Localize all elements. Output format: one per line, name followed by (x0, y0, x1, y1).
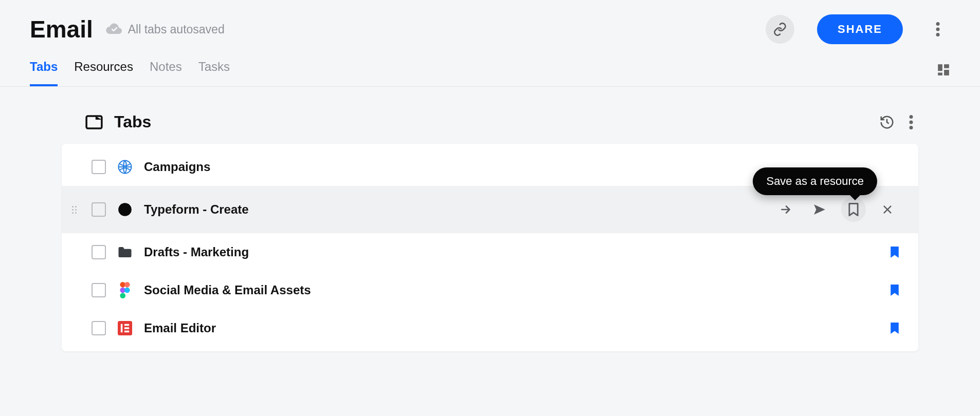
more-vertical-icon (909, 115, 913, 129)
save-resource-button[interactable]: Save as a resource (841, 197, 866, 222)
tab-title: Social Media & Email Assets (144, 283, 311, 297)
svg-rect-19 (121, 324, 123, 332)
tab-title: Drafts - Marketing (144, 245, 249, 259)
bookmarked-icon[interactable] (890, 245, 900, 259)
section-title: Tabs (114, 112, 151, 131)
svg-point-17 (120, 293, 125, 298)
svg-point-2 (936, 33, 940, 36)
history-button[interactable] (879, 115, 895, 130)
more-vertical-icon (936, 22, 940, 36)
svg-rect-7 (86, 116, 102, 128)
tab-row[interactable]: Typeform - Create Save as (62, 186, 918, 233)
row-checkbox[interactable] (92, 245, 106, 259)
svg-point-9 (910, 120, 913, 124)
drag-handle[interactable] (72, 206, 80, 214)
close-tab-button[interactable] (875, 197, 900, 222)
bookmark-filled-icon (890, 283, 900, 297)
row-actions: Save as a resource (773, 197, 900, 222)
svg-point-12 (118, 203, 132, 216)
arrow-right-icon (779, 203, 792, 216)
cloud-check-icon (105, 23, 123, 36)
nav-tabs: Tabs Resources Notes Tasks (0, 44, 980, 87)
close-icon (882, 204, 893, 215)
bookmark-filled-icon (890, 321, 900, 335)
tabs-section: Tabs (0, 87, 980, 351)
svg-rect-5 (938, 72, 942, 75)
tab-title: Typeform - Create (144, 202, 249, 217)
openai-icon (117, 159, 133, 175)
tab-row[interactable]: Social Media & Email Assets (62, 271, 918, 309)
svg-rect-21 (124, 327, 129, 329)
open-button[interactable] (773, 197, 798, 222)
history-icon (879, 115, 895, 130)
tab-row[interactable]: Drafts - Marketing (62, 233, 918, 271)
nav-tab-tasks[interactable]: Tasks (198, 60, 230, 86)
nav-tab-notes[interactable]: Notes (150, 60, 182, 86)
svg-point-1 (936, 28, 940, 31)
svg-point-0 (936, 22, 940, 26)
tab-title: Email Editor (144, 321, 216, 335)
bookmark-filled-icon (890, 245, 900, 259)
svg-point-14 (124, 282, 130, 288)
bookmark-outline-icon (848, 202, 859, 217)
nav-tab-tabs[interactable]: Tabs (30, 60, 58, 86)
svg-rect-22 (124, 331, 129, 333)
autosave-indicator: All tabs autosaved (105, 23, 225, 36)
tab-row[interactable]: Email Editor (62, 309, 918, 347)
link-icon (773, 22, 787, 36)
svg-rect-20 (124, 324, 129, 326)
grid-view-button[interactable] (937, 63, 950, 77)
link-button[interactable] (766, 15, 794, 44)
svg-rect-6 (944, 70, 949, 75)
send-button[interactable] (807, 197, 832, 222)
section-more-button[interactable] (909, 115, 913, 129)
send-icon (812, 203, 827, 216)
figma-icon (117, 282, 133, 298)
section-header: Tabs (62, 112, 918, 144)
tab-title: Campaigns (144, 160, 210, 174)
svg-rect-4 (944, 64, 949, 68)
tabs-card: Campaigns Typeform - Create (62, 144, 918, 351)
elementor-icon (117, 320, 133, 336)
row-checkbox[interactable] (92, 202, 106, 217)
svg-rect-3 (938, 64, 942, 71)
row-checkbox[interactable] (92, 283, 106, 297)
svg-point-10 (910, 126, 913, 129)
tooltip: Save as a resource (753, 167, 877, 195)
bookmarked-icon[interactable] (890, 283, 900, 297)
row-checkbox[interactable] (92, 321, 106, 335)
svg-point-16 (124, 288, 130, 293)
folder-icon (117, 244, 133, 260)
svg-point-8 (910, 115, 913, 119)
header: Email All tabs autosaved SHARE (0, 0, 980, 44)
autosave-text: All tabs autosaved (128, 23, 225, 36)
page-title: Email (30, 15, 93, 43)
tab-outline-icon (85, 115, 103, 130)
bookmarked-icon[interactable] (890, 321, 900, 335)
typeform-icon (117, 202, 133, 217)
header-more-button[interactable] (925, 17, 950, 42)
nav-tab-resources[interactable]: Resources (74, 60, 133, 86)
row-checkbox[interactable] (92, 160, 106, 174)
grid-icon (937, 63, 950, 77)
share-button[interactable]: SHARE (817, 14, 903, 44)
